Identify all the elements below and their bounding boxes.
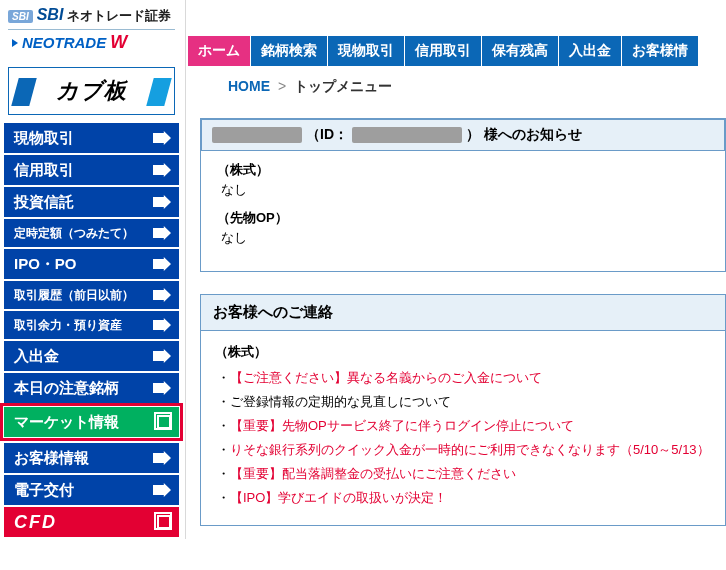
arrow-icon <box>153 195 171 209</box>
top-tab[interactable]: 信用取引 <box>405 36 482 66</box>
sidebar-item-label: 現物取引 <box>14 129 74 148</box>
sidebar-item-label: 入出金 <box>14 347 59 366</box>
brand-neo: NEOTRADE <box>22 34 106 51</box>
arrow-icon <box>12 39 18 47</box>
sidebar-item-label: 定時定額（つみたて） <box>14 225 134 242</box>
sidebar-item-label: 電子交付 <box>14 481 74 500</box>
sidebar-item-label: 投資信託 <box>14 193 74 212</box>
sidebar-item[interactable]: 電子交付 <box>4 475 179 505</box>
sidebar-item-label: 取引履歴（前日以前） <box>14 287 134 304</box>
arrow-icon <box>153 131 171 145</box>
notice-section-body: なし <box>221 181 713 199</box>
breadcrumb-current: トップメニュー <box>294 78 392 94</box>
notice-head: （ID： ） 様へのお知らせ <box>201 119 725 151</box>
sidebar-item-label: CFD <box>14 512 57 533</box>
arrow-icon <box>153 349 171 363</box>
message-item[interactable]: 【IPO】学びエイドの取扱いが決定！ <box>217 489 713 507</box>
message-text: 【重要】先物OPサービス終了に伴うログイン停止について <box>230 418 574 433</box>
external-icon <box>157 415 171 429</box>
kabu-banner[interactable]: カブ板 <box>8 67 175 115</box>
sidebar-item-label: 本日の注意銘柄 <box>14 379 119 398</box>
sidebar-item[interactable]: 本日の注意銘柄 <box>4 373 179 403</box>
message-text: ご登録情報の定期的な見直しについて <box>230 394 451 409</box>
message-item[interactable]: 【ご注意ください】異なる名義からのご入金について <box>217 369 713 387</box>
breadcrumb-sep: > <box>278 78 286 94</box>
sidebar-item[interactable]: 定時定額（つみたて） <box>4 219 179 247</box>
top-tab[interactable]: お客様情 <box>622 36 699 66</box>
sidebar-item-label: 取引余力・預り資産 <box>14 317 122 334</box>
breadcrumb: HOME > トップメニュー <box>228 78 722 96</box>
notice-section-body: なし <box>221 229 713 247</box>
arrow-icon <box>153 381 171 395</box>
brand-logo: SBI SBI ネオトレード証券 NEOTRADE W <box>0 0 183 57</box>
sidebar-item[interactable]: 取引履歴（前日以前） <box>4 281 179 309</box>
arrow-icon <box>153 451 171 465</box>
brand-mark: SBI <box>8 10 33 23</box>
sidebar-item[interactable]: 信用取引 <box>4 155 179 185</box>
top-tab[interactable]: 保有残高 <box>482 36 559 66</box>
arrow-icon <box>153 257 171 271</box>
main-area: ホーム銘柄検索現物取引信用取引保有残高入出金お客様情 HOME > トップメニュ… <box>186 0 726 539</box>
notice-panel: （ID： ） 様へのお知らせ （株式）なし（先物OP）なし <box>200 118 726 272</box>
brand-neo-suffix: W <box>110 32 127 53</box>
messages-panel: お客様へのご連絡 （株式） 【ご注意ください】異なる名義からのご入金についてご登… <box>200 294 726 526</box>
sidebar-item-label: 信用取引 <box>14 161 74 180</box>
messages-list: 【ご注意ください】異なる名義からのご入金についてご登録情報の定期的な見直しについ… <box>213 369 713 507</box>
brand-jp: ネオトレード証券 <box>67 7 171 25</box>
top-nav: ホーム銘柄検索現物取引信用取引保有残高入出金お客様情 <box>188 36 726 66</box>
top-tab[interactable]: 銘柄検索 <box>251 36 328 66</box>
top-tab[interactable]: ホーム <box>188 36 251 66</box>
arrow-icon <box>153 288 171 302</box>
sidebar-item-label: マーケット情報 <box>14 413 119 432</box>
message-item[interactable]: 【重要】配当落調整金の受払いにご注意ください <box>217 465 713 483</box>
top-tab[interactable]: 入出金 <box>559 36 622 66</box>
sidebar-item[interactable]: IPO・PO <box>4 249 179 279</box>
sidebar-item[interactable]: CFD <box>4 507 179 537</box>
messages-head: お客様へのご連絡 <box>201 295 725 331</box>
arrow-icon <box>153 318 171 332</box>
sidebar-item[interactable]: 入出金 <box>4 341 179 371</box>
message-item[interactable]: ご登録情報の定期的な見直しについて <box>217 393 713 411</box>
message-text: 【IPO】学びエイドの取扱いが決定！ <box>230 490 447 505</box>
notice-section-title: （株式） <box>217 161 713 179</box>
arrow-icon <box>153 483 171 497</box>
sidebar: SBI SBI ネオトレード証券 NEOTRADE W カブ板 現物取引信用取引… <box>0 0 186 539</box>
redacted-name <box>212 127 302 143</box>
kabu-label: カブ板 <box>56 76 127 106</box>
external-icon <box>157 515 171 529</box>
breadcrumb-home[interactable]: HOME <box>228 78 270 94</box>
message-item[interactable]: 【重要】先物OPサービス終了に伴うログイン停止について <box>217 417 713 435</box>
sidebar-item[interactable]: 現物取引 <box>4 123 179 153</box>
arrow-icon <box>153 226 171 240</box>
sidebar-item[interactable]: マーケット情報 <box>4 407 179 437</box>
brand-main: SBI <box>37 6 64 24</box>
notice-id-prefix: （ID： <box>306 126 348 144</box>
side-nav: 現物取引信用取引投資信託定時定額（つみたて）IPO・PO取引履歴（前日以前）取引… <box>0 123 183 537</box>
notice-section-title: （先物OP） <box>217 209 713 227</box>
message-text: りそな銀行系列のクイック入金が一時的にご利用できなくなります（5/10～5/13… <box>230 442 710 457</box>
sidebar-item-label: IPO・PO <box>14 255 77 274</box>
message-item[interactable]: りそな銀行系列のクイック入金が一時的にご利用できなくなります（5/10～5/13… <box>217 441 713 459</box>
top-tab[interactable]: 現物取引 <box>328 36 405 66</box>
arrow-icon <box>153 163 171 177</box>
sidebar-item[interactable]: 取引余力・預り資産 <box>4 311 179 339</box>
message-text: 【重要】配当落調整金の受払いにご注意ください <box>230 466 516 481</box>
sidebar-item[interactable]: お客様情報 <box>4 443 179 473</box>
message-text: 【ご注意ください】異なる名義からのご入金について <box>230 370 542 385</box>
notice-id-suffix: ） 様へのお知らせ <box>466 126 582 144</box>
messages-group: （株式） <box>215 343 713 361</box>
sidebar-item-label: お客様情報 <box>14 449 89 468</box>
sidebar-item[interactable]: 投資信託 <box>4 187 179 217</box>
redacted-id <box>352 127 462 143</box>
